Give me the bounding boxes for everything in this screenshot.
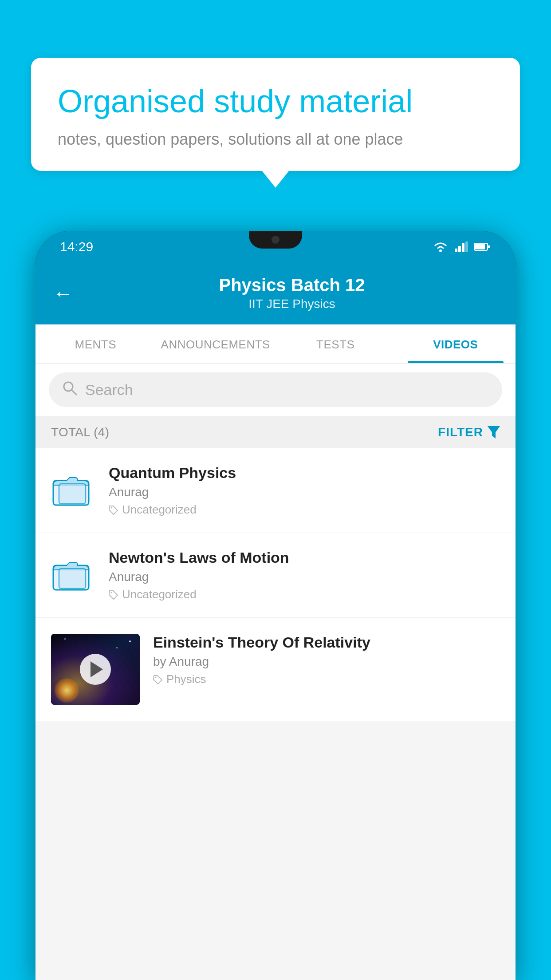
tag-label: Uncategorized <box>122 588 197 601</box>
tag-icon <box>109 505 118 515</box>
video-title: Newton's Laws of Motion <box>109 549 500 566</box>
wifi-icon <box>433 241 449 253</box>
folder-icon-wrap <box>51 470 95 511</box>
total-count: TOTAL (4) <box>51 425 109 439</box>
video-title: Quantum Physics <box>109 464 500 482</box>
tab-videos[interactable]: VIDEOS <box>396 324 516 363</box>
app-header: ← Physics Batch 12 IIT JEE Physics <box>35 263 516 324</box>
video-info: Newton's Laws of Motion Anurag Uncategor… <box>109 549 500 601</box>
tab-tests[interactable]: TESTS <box>276 324 396 363</box>
folder-icon <box>51 554 91 594</box>
tag-icon <box>109 590 118 600</box>
tab-ments[interactable]: MENTS <box>35 324 156 363</box>
search-icon <box>62 380 77 399</box>
speech-bubble: Organised study material notes, question… <box>31 58 520 171</box>
signal-icon <box>455 241 468 252</box>
svg-rect-2 <box>458 246 461 252</box>
tag-label: Uncategorized <box>122 503 197 517</box>
video-thumbnail <box>51 634 140 705</box>
status-bar: 14:29 <box>35 231 516 263</box>
header-main-title: Physics Batch 12 <box>86 275 498 295</box>
notch <box>249 231 302 249</box>
video-tag: Uncategorized <box>109 503 500 517</box>
background: Organised study material notes, question… <box>0 0 551 980</box>
phone-frame: 14:29 <box>35 231 516 980</box>
filter-bar: TOTAL (4) FILTER <box>35 416 516 448</box>
battery-icon <box>474 242 491 251</box>
play-button[interactable] <box>80 654 111 685</box>
svg-rect-1 <box>455 249 457 252</box>
list-item[interactable]: Newton's Laws of Motion Anurag Uncategor… <box>35 533 516 618</box>
svg-point-13 <box>111 507 112 508</box>
svg-rect-12 <box>59 484 86 504</box>
header-sub-title: IIT JEE Physics <box>86 297 498 311</box>
phone-content: Search TOTAL (4) FILTER <box>35 364 516 980</box>
svg-rect-7 <box>488 245 490 248</box>
video-info: Quantum Physics Anurag Uncategorized <box>109 464 500 517</box>
tag-label: Physics <box>166 672 206 686</box>
video-author: Anurag <box>109 485 500 499</box>
svg-point-0 <box>439 249 442 252</box>
video-tag: Uncategorized <box>109 588 500 601</box>
tabs-bar: MENTS ANNOUNCEMENTS TESTS VIDEOS <box>35 324 516 364</box>
folder-icon-wrap <box>51 554 95 596</box>
bubble-title: Organised study material <box>58 82 493 120</box>
filter-label: FILTER <box>438 425 483 439</box>
svg-marker-10 <box>488 426 500 439</box>
video-author: by Anurag <box>153 655 500 669</box>
play-triangle-icon <box>91 661 103 677</box>
list-item[interactable]: Einstein's Theory Of Relativity by Anura… <box>35 618 516 721</box>
tag-icon <box>153 675 163 684</box>
search-bar-wrap: Search <box>35 364 516 416</box>
tab-announcements[interactable]: ANNOUNCEMENTS <box>156 324 276 363</box>
video-info: Einstein's Theory Of Relativity by Anura… <box>153 634 500 686</box>
folder-icon <box>51 470 91 510</box>
bubble-subtitle: notes, question papers, solutions all at… <box>58 130 493 149</box>
svg-rect-4 <box>465 241 468 252</box>
search-input-placeholder[interactable]: Search <box>85 381 133 399</box>
status-time: 14:29 <box>60 239 93 254</box>
svg-rect-15 <box>59 569 86 589</box>
svg-point-17 <box>155 676 157 678</box>
back-button[interactable]: ← <box>53 284 73 303</box>
filter-button[interactable]: FILTER <box>438 425 500 439</box>
video-list: Quantum Physics Anurag Uncategorized <box>35 448 516 721</box>
filter-icon <box>488 426 500 439</box>
video-tag: Physics <box>153 672 500 686</box>
svg-rect-6 <box>475 244 485 249</box>
header-title-block: Physics Batch 12 IIT JEE Physics <box>86 275 498 311</box>
video-author: Anurag <box>109 570 500 584</box>
svg-point-16 <box>111 592 112 593</box>
status-icons <box>433 241 491 253</box>
svg-rect-3 <box>462 243 464 252</box>
camera-dot <box>272 236 279 244</box>
search-bar[interactable]: Search <box>49 372 502 407</box>
video-title: Einstein's Theory Of Relativity <box>153 634 500 651</box>
list-item[interactable]: Quantum Physics Anurag Uncategorized <box>35 448 516 533</box>
svg-line-9 <box>72 390 76 395</box>
